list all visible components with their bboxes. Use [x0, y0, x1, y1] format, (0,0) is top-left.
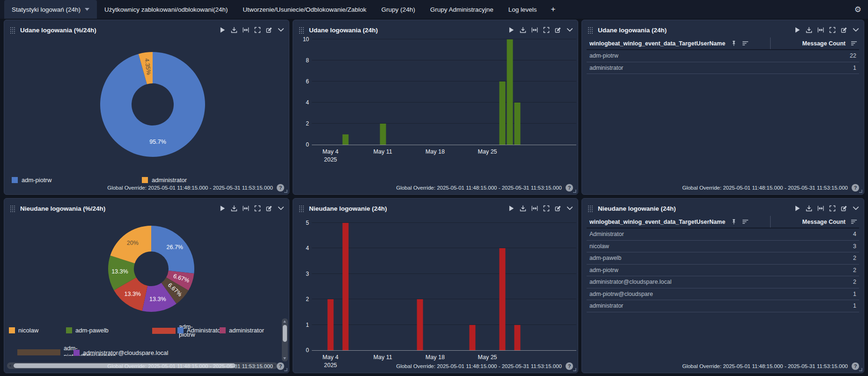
- fullscreen-icon[interactable]: [254, 205, 261, 212]
- resize-handle[interactable]: [859, 190, 862, 193]
- chevron-down-icon[interactable]: [566, 27, 573, 33]
- download-icon[interactable]: [520, 27, 526, 33]
- download-icon[interactable]: [806, 205, 812, 212]
- fit-width-icon[interactable]: [243, 27, 249, 33]
- scrollbar-thumb[interactable]: [283, 325, 287, 342]
- play-icon[interactable]: [508, 27, 515, 33]
- edit-icon[interactable]: [555, 27, 561, 33]
- bar[interactable]: [514, 103, 520, 145]
- pin-icon[interactable]: [731, 219, 737, 225]
- cell-username: adm-pawelb: [589, 255, 621, 261]
- chevron-down-icon[interactable]: [566, 205, 573, 212]
- play-icon[interactable]: [794, 205, 801, 212]
- cell-message-count: 2: [853, 279, 856, 285]
- bar[interactable]: [507, 39, 513, 145]
- download-icon[interactable]: [520, 205, 526, 212]
- fullscreen-icon[interactable]: [829, 27, 836, 33]
- tab-2[interactable]: Użytkownicy zablokowani/odblokowani(24h): [97, 0, 235, 19]
- resize-handle[interactable]: [284, 368, 287, 371]
- sort-icon[interactable]: [743, 219, 749, 225]
- tab-1[interactable]: Statystyki logowań (24h): [4, 0, 97, 19]
- drag-handle-icon[interactable]: [588, 27, 593, 34]
- fit-width-icon[interactable]: [817, 27, 824, 33]
- chevron-down-icon[interactable]: [278, 205, 284, 212]
- bar-chart-success[interactable]: 0246810May 42025May 11May 18May 25: [312, 39, 576, 145]
- x-axis-tick-label: May 11: [374, 354, 392, 361]
- sort-icon[interactable]: [743, 40, 749, 46]
- help-icon[interactable]: ?: [277, 362, 284, 370]
- help-icon[interactable]: ?: [852, 184, 859, 192]
- bar[interactable]: [499, 248, 505, 350]
- sort-icon[interactable]: [851, 219, 857, 225]
- y-axis-tick-label: 4: [306, 99, 309, 106]
- chevron-down-icon[interactable]: [853, 27, 859, 33]
- edit-icon[interactable]: [266, 27, 272, 33]
- tab-3[interactable]: Utworzenie/Usuniecie/Odblokowanie/Zablok: [235, 0, 374, 19]
- gridline: [312, 123, 576, 124]
- fullscreen-icon[interactable]: [254, 27, 261, 33]
- download-icon[interactable]: [806, 27, 812, 33]
- edit-icon[interactable]: [841, 27, 847, 33]
- add-tab-button[interactable]: +: [544, 0, 562, 19]
- bar[interactable]: [417, 299, 423, 350]
- bar[interactable]: [514, 325, 520, 350]
- fit-width-icon[interactable]: [531, 27, 538, 33]
- drag-handle-icon[interactable]: [588, 205, 593, 212]
- bar[interactable]: [327, 299, 333, 350]
- chevron-down-icon[interactable]: [853, 205, 859, 212]
- edit-icon[interactable]: [266, 205, 272, 212]
- help-icon[interactable]: ?: [277, 184, 284, 192]
- bar[interactable]: [342, 223, 348, 350]
- download-icon[interactable]: [231, 27, 237, 33]
- drag-handle-icon[interactable]: [10, 205, 15, 212]
- drag-handle-icon[interactable]: [299, 27, 304, 34]
- tab-6[interactable]: Log levels: [501, 0, 544, 19]
- chevron-down-icon[interactable]: [278, 27, 284, 33]
- drag-handle-icon[interactable]: [299, 205, 304, 212]
- vertical-scrollbar[interactable]: [282, 318, 288, 361]
- help-icon[interactable]: ?: [566, 184, 573, 192]
- resize-handle[interactable]: [859, 368, 862, 371]
- fit-width-icon[interactable]: [243, 205, 249, 212]
- play-icon[interactable]: [219, 205, 226, 212]
- column-message-count[interactable]: Message Count: [802, 219, 846, 225]
- fit-width-icon[interactable]: [817, 205, 824, 212]
- donut-chart-failed[interactable]: 26.7%6.67%6.67%13.3%13.3%13.3%20%: [9, 214, 284, 321]
- tab-5[interactable]: Grupy Administracyjne: [423, 0, 501, 19]
- pin-icon[interactable]: [731, 40, 737, 46]
- resize-handle[interactable]: [284, 190, 287, 193]
- resize-handle[interactable]: [573, 190, 576, 193]
- drag-handle-icon[interactable]: [10, 27, 15, 34]
- fullscreen-icon[interactable]: [829, 205, 836, 212]
- bar[interactable]: [470, 325, 476, 350]
- bar[interactable]: [380, 124, 386, 145]
- column-username[interactable]: winlogbeat_winlog_event_data_TargetUserN…: [589, 40, 725, 47]
- fullscreen-icon[interactable]: [543, 205, 550, 212]
- resize-handle[interactable]: [573, 368, 576, 371]
- scroll-down-icon[interactable]: [283, 357, 286, 360]
- bar-chart-failed[interactable]: 012345May 42025May 11May 18May 25: [312, 223, 576, 350]
- fullscreen-icon[interactable]: [543, 27, 550, 33]
- help-icon[interactable]: ?: [566, 362, 573, 370]
- bar[interactable]: [342, 134, 348, 145]
- column-message-count[interactable]: Message Count: [802, 40, 846, 47]
- tab-4[interactable]: Grupy (24h): [374, 0, 423, 19]
- edit-icon[interactable]: [841, 205, 847, 212]
- scroll-up-icon[interactable]: [283, 320, 286, 323]
- download-icon[interactable]: [231, 205, 237, 212]
- bar[interactable]: [499, 81, 505, 145]
- scroll-left-icon[interactable]: [9, 364, 11, 367]
- sort-icon[interactable]: [851, 40, 857, 46]
- edit-icon[interactable]: [555, 205, 561, 212]
- caret-down-icon[interactable]: [85, 8, 89, 11]
- tab-label: Statystyki logowań (24h): [12, 6, 81, 13]
- fit-width-icon[interactable]: [531, 205, 538, 212]
- play-icon[interactable]: [219, 27, 226, 33]
- play-icon[interactable]: [508, 205, 515, 212]
- gear-icon[interactable]: ⚙: [848, 0, 868, 19]
- play-icon[interactable]: [794, 27, 801, 33]
- legend-item: Administrator: [177, 327, 223, 334]
- column-username[interactable]: winlogbeat_winlog_event_data_TargetUserN…: [589, 219, 725, 225]
- help-icon[interactable]: ?: [852, 362, 859, 370]
- donut-chart-success[interactable]: 95.7%4.35%: [9, 36, 284, 173]
